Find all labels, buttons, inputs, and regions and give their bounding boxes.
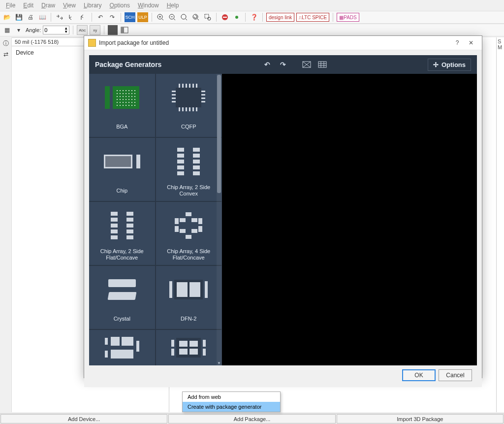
package-chip-array-2-convex[interactable]: Chip Array, 2 Side Convex (156, 138, 222, 201)
package-crystal[interactable]: Crystal (89, 266, 155, 329)
add-device-button[interactable]: Add Device... (0, 414, 167, 424)
package-chip[interactable]: Chip (89, 138, 155, 201)
import-package-dialog: Import package for untitled ? ✕ Package … (84, 35, 482, 378)
options-button[interactable]: ✢ Options (428, 59, 471, 71)
package-dfn-3[interactable] (89, 330, 155, 365)
angle-label: Angle: (26, 27, 41, 33)
zoom-refresh-icon[interactable] (191, 12, 201, 22)
abc-icon[interactable]: Abc (77, 25, 88, 35)
redo-icon[interactable]: ↷ (107, 12, 117, 22)
svg-point-2 (181, 14, 186, 19)
menu-options[interactable]: Options (106, 1, 134, 10)
angle-input[interactable]: 0▲▼ (43, 26, 69, 34)
level-down-icon[interactable] (66, 12, 76, 22)
menubar: File Edit Draw View Library Options Wind… (0, 0, 504, 11)
dialog-title: Import package for untitled (99, 39, 169, 46)
ltc-spice-button[interactable]: ⎍ LTC SPICE (296, 13, 329, 22)
ulp-mode-icon[interactable]: ULP (137, 12, 148, 22)
zoom-in-icon[interactable] (156, 12, 165, 22)
branch-icon[interactable] (55, 12, 64, 22)
toolbar-grid: ▦ ▾ Angle: 0▲▼ Abc xy (0, 24, 504, 36)
right-panel-letters: SM (498, 38, 503, 50)
dialog-body: Package Generators ↶ ↷ ✢ Options (84, 50, 482, 387)
generator-title: Package Generators (95, 61, 161, 68)
package-list[interactable]: BGA CQFP Chip (89, 74, 222, 365)
undo-generator-icon[interactable]: ↶ (260, 58, 274, 71)
generator-panel: Package Generators ↶ ↷ ✢ Options (89, 55, 477, 365)
undo-icon[interactable]: ↶ (95, 12, 105, 22)
pads-button[interactable]: ▦ PADS (337, 13, 359, 22)
menu-edit[interactable]: Edit (19, 1, 37, 10)
view-grid-icon[interactable] (315, 58, 329, 71)
svg-rect-10 (121, 27, 124, 33)
svg-point-8 (235, 16, 238, 19)
import-3d-button[interactable]: Import 3D Package (337, 414, 504, 424)
right-panel: SM (496, 37, 504, 412)
menu-library[interactable]: Library (80, 1, 106, 10)
generator-content: BGA CQFP Chip (89, 74, 477, 365)
view-mode-1-icon[interactable] (108, 25, 118, 35)
menu-window[interactable]: Window (134, 1, 163, 10)
toolbar-main: 📂 💾 🖨 📖 ↶ ↷ SCH ULP ❓ design link ⎍ LTC … (0, 11, 504, 24)
ok-button[interactable]: OK (402, 369, 436, 381)
dialog-footer: OK Cancel (89, 365, 477, 385)
swap-tool-icon[interactable]: ⇄ (1, 49, 11, 59)
zoom-fit-icon[interactable] (179, 12, 189, 22)
context-item-add-from-web[interactable]: Add from web (183, 392, 280, 402)
view-mode-2-icon[interactable] (120, 25, 129, 35)
save-icon[interactable]: 💾 (14, 12, 24, 22)
go-icon[interactable] (232, 12, 242, 22)
package-dfn-2[interactable]: DFN-2 (156, 266, 222, 329)
add-package-button[interactable]: Add Package... (168, 414, 335, 424)
grid-dropdown-icon[interactable]: ▾ (14, 25, 24, 35)
level-up-icon[interactable] (78, 12, 88, 22)
zoom-selection-icon[interactable] (203, 12, 213, 22)
info-tool-icon[interactable]: ⓘ (1, 38, 11, 48)
menu-help[interactable]: Help (163, 1, 183, 10)
cancel-button[interactable]: Cancel (439, 369, 472, 381)
menu-file[interactable]: File (2, 1, 19, 10)
redo-generator-icon[interactable]: ↷ (276, 58, 290, 71)
package-preview[interactable] (222, 74, 477, 365)
context-item-create-generator[interactable]: Create with package generator (183, 402, 280, 412)
print-icon[interactable]: 🖨 (26, 12, 35, 22)
package-list-scrollbar[interactable]: ▲ ▼ (217, 74, 221, 365)
stop-icon[interactable] (220, 12, 230, 22)
grid-icon[interactable]: ▦ (2, 25, 12, 35)
package-cqfp[interactable]: CQFP (156, 74, 222, 137)
package-chip-array-4-flat[interactable]: Chip Array, 4 Side Flat/Concave (156, 202, 222, 265)
view-top-icon[interactable] (300, 58, 314, 71)
dialog-help-icon[interactable]: ? (450, 36, 464, 50)
help-icon[interactable]: ❓ (249, 12, 259, 22)
package-chip-array-2-flat[interactable]: Chip Array, 2 Side Flat/Concave (89, 202, 155, 265)
design-link-button[interactable]: design link (266, 13, 294, 22)
xy-icon[interactable]: xy (90, 25, 100, 35)
svg-point-5 (208, 17, 211, 20)
add-package-context-menu: Add from web Create with package generat… (182, 391, 281, 412)
package-dfn-4[interactable] (156, 330, 222, 365)
svg-rect-7 (223, 17, 227, 18)
zoom-out-icon[interactable] (167, 12, 177, 22)
bottom-bar: Add Device... Add Package... Import 3D P… (0, 413, 504, 424)
dialog-titlebar: Import package for untitled ? ✕ (84, 36, 482, 50)
menu-draw[interactable]: Draw (37, 1, 59, 10)
sch-mode-icon[interactable]: SCH (125, 12, 135, 22)
package-bga[interactable]: BGA (89, 74, 155, 137)
book-icon[interactable]: 📖 (37, 12, 47, 22)
generator-header: Package Generators ↶ ↷ ✢ Options (89, 55, 477, 74)
svg-rect-12 (318, 62, 326, 67)
dialog-close-icon[interactable]: ✕ (464, 36, 478, 50)
vertical-toolbar: ⓘ ⇄ (0, 37, 12, 412)
menu-view[interactable]: View (59, 1, 80, 10)
crosshair-icon: ✢ (433, 61, 439, 68)
dialog-icon (88, 39, 96, 47)
open-icon[interactable]: 📂 (2, 12, 12, 22)
